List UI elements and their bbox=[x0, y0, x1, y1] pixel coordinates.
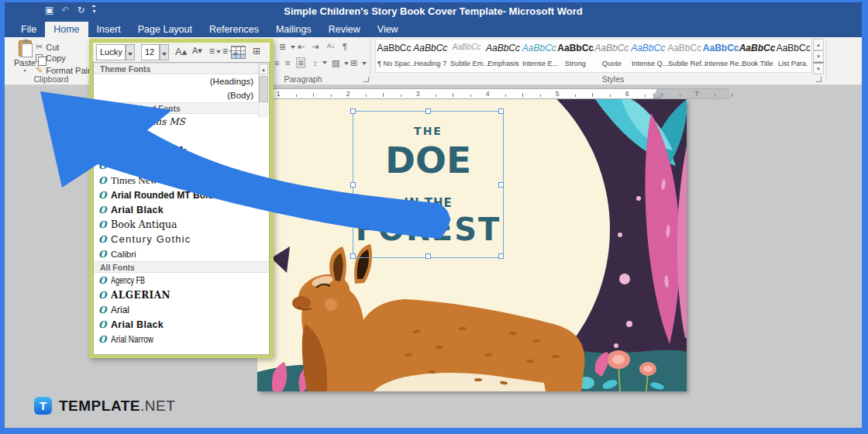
style-chip-book-title[interactable]: AaBbCcBook Title bbox=[739, 40, 776, 72]
style-chip--no-spac-[interactable]: AaBbCc¶ No Spac... bbox=[376, 40, 412, 72]
template-net-logo: T TEMPLATE.NET bbox=[34, 397, 175, 415]
decrease-indent-button[interactable]: ⇤ bbox=[298, 42, 305, 52]
font-item-algerian[interactable]: OALGERIAN bbox=[94, 288, 269, 302]
font-item-arial-black[interactable]: OArial Black bbox=[94, 317, 269, 332]
paragraph-dialog-launcher[interactable] bbox=[363, 77, 369, 82]
sort-button[interactable]: A↓ bbox=[327, 42, 336, 50]
grow-font-icon[interactable]: A▴ bbox=[175, 46, 187, 57]
copy-icon bbox=[36, 54, 43, 62]
style-label: Emphasis bbox=[487, 59, 520, 67]
styles-dialog-launcher[interactable] bbox=[816, 77, 822, 82]
copy-label: Copy bbox=[46, 53, 66, 63]
tab-home[interactable]: Home bbox=[45, 22, 88, 37]
style-preview: AaBbCc bbox=[557, 43, 594, 57]
horizontal-ruler: 1234567 bbox=[264, 88, 728, 99]
borders-icon: ⊞ bbox=[350, 58, 357, 68]
style-label: Intense Q... bbox=[632, 59, 665, 67]
cut-button[interactable]: ✂ Cut bbox=[36, 42, 59, 52]
font-name-dropdown-icon[interactable] bbox=[126, 44, 135, 60]
font-item-arial-narrow[interactable]: OArial Narrow bbox=[94, 332, 269, 346]
tab-view[interactable]: View bbox=[369, 22, 407, 37]
tab-references[interactable]: References bbox=[201, 22, 267, 37]
copy-button[interactable]: Copy bbox=[36, 53, 66, 63]
tab-page-layout[interactable]: Page Layout bbox=[129, 22, 201, 37]
font-item-comic-sans-ms[interactable]: OComic Sans MS bbox=[94, 114, 269, 129]
font-item-times-new-roman[interactable]: OTimes New Roman bbox=[94, 173, 269, 188]
style-preview: AaBbCc bbox=[412, 43, 449, 57]
style-chip-quote[interactable]: AaBbCcQuote bbox=[594, 40, 630, 72]
multilevel-list-button[interactable]: ≣ bbox=[279, 42, 295, 52]
style-chip-emphasis[interactable]: AaBbCcEmphasis bbox=[485, 40, 522, 72]
resize-handle-sw[interactable] bbox=[350, 253, 356, 259]
styles-group-label: Styles bbox=[570, 74, 656, 84]
font-item-name: Times New Roman bbox=[111, 174, 189, 187]
line-spacing-button[interactable]: ↕ bbox=[313, 58, 327, 67]
font-list-scrollbar[interactable]: ▴ bbox=[258, 64, 268, 118]
shrink-font-icon[interactable]: A▾ bbox=[192, 46, 202, 56]
opentype-icon: O bbox=[98, 160, 111, 171]
paste-button[interactable]: Paste ▾ bbox=[11, 40, 39, 76]
borders-grid-icon[interactable]: ⊞ bbox=[253, 46, 260, 57]
font-item-century-gothic[interactable]: OCentury Gothic bbox=[94, 232, 269, 246]
resize-handle-w[interactable] bbox=[350, 182, 356, 188]
style-chip-heading-7[interactable]: AaBbCcHeading 7 bbox=[412, 40, 449, 72]
ribbon-tabs: FileHomeInsertPage LayoutReferencesMaili… bbox=[5, 22, 862, 37]
font-item-arial-black[interactable]: OArial Black bbox=[94, 202, 269, 217]
font-item-arial-rounded-mt-bold[interactable]: OArial Rounded MT Bold bbox=[94, 188, 269, 202]
line-spacing-icon: ↕ bbox=[313, 58, 318, 67]
font-item-book-antiqua[interactable]: OBook Antiqua bbox=[94, 217, 269, 232]
resize-handle-e[interactable] bbox=[498, 182, 504, 188]
font-size-dropdown-icon[interactable] bbox=[160, 44, 169, 60]
tab-mailings[interactable]: Mailings bbox=[267, 22, 320, 37]
bullets-icon[interactable]: ≡ bbox=[209, 46, 221, 57]
font-item[interactable]: O bbox=[94, 129, 269, 143]
opentype-icon: O bbox=[98, 305, 111, 315]
borders-button[interactable]: ⊞ bbox=[350, 58, 367, 68]
show-paragraph-marks-button[interactable]: ¶ bbox=[343, 42, 347, 51]
font-item-name: Agency FB bbox=[111, 275, 145, 286]
font-item-calibri[interactable]: OCalibri bbox=[94, 246, 269, 261]
align-center-button[interactable]: ≡ bbox=[285, 58, 290, 67]
font-size-combobox[interactable]: 12 bbox=[141, 44, 160, 60]
tab-file[interactable]: File bbox=[12, 22, 45, 37]
font-item-agency-fb[interactable]: OAgency FB bbox=[94, 273, 269, 288]
tab-insert[interactable]: Insert bbox=[88, 22, 129, 37]
font-item-cooper-black[interactable]: OCooper Black bbox=[94, 143, 269, 158]
style-chip-intense-re-[interactable]: AaBbCcIntense Re... bbox=[703, 40, 739, 72]
style-chip-list-para-[interactable]: AaBbCcList Para. bbox=[775, 40, 811, 72]
justify-icon: ≡ bbox=[298, 58, 303, 67]
align-center-icon: ≡ bbox=[285, 58, 290, 67]
resize-handle-nw[interactable] bbox=[350, 108, 356, 114]
styles-more-icon[interactable]: ▾ bbox=[813, 62, 824, 74]
font-item[interactable]: (Body) bbox=[94, 88, 269, 102]
style-label: Subtle Ref... bbox=[668, 59, 701, 67]
increase-indent-button[interactable]: ⇥ bbox=[312, 42, 319, 52]
style-chip-intense-q-[interactable]: AaBbCcIntense Q... bbox=[630, 40, 666, 72]
styles-scroll-up-icon[interactable]: ▴ bbox=[813, 39, 824, 50]
resize-handle-s[interactable] bbox=[425, 253, 431, 259]
style-chip-subtle-em-[interactable]: AaBbCcSubtle Em... bbox=[449, 40, 485, 72]
tab-review[interactable]: Review bbox=[320, 22, 369, 37]
table-grid-icon[interactable] bbox=[231, 46, 246, 59]
font-list-scroll-thumb[interactable] bbox=[259, 76, 268, 102]
font-name-combobox[interactable]: Lucky bbox=[96, 44, 126, 60]
style-chip-subtle-ref-[interactable]: AaBbCcSubtle Ref... bbox=[666, 40, 703, 72]
opentype-icon: O bbox=[98, 131, 111, 142]
font-item-name: Arial Black bbox=[111, 319, 164, 330]
resize-handle-ne[interactable] bbox=[498, 108, 504, 114]
style-chip-intense-e-[interactable]: AaBbCcIntense E... bbox=[521, 40, 557, 72]
resize-handle-n[interactable] bbox=[425, 108, 431, 114]
shading-button[interactable]: ▨ bbox=[332, 58, 349, 68]
font-item[interactable]: (Headings) bbox=[94, 74, 269, 88]
textbox-selection[interactable] bbox=[353, 111, 504, 258]
resize-handle-se[interactable] bbox=[498, 253, 504, 259]
align-left-button[interactable]: ≡ bbox=[274, 58, 279, 67]
style-chip-strong[interactable]: AaBbCcStrong bbox=[557, 40, 594, 72]
justify-button[interactable]: ≡ bbox=[296, 57, 305, 68]
styles-scroll-down-icon[interactable]: ▾ bbox=[813, 50, 824, 62]
font-item[interactable]: O bbox=[94, 158, 269, 173]
paste-dropdown-arrow-icon[interactable]: ▾ bbox=[11, 67, 39, 73]
font-list-scroll-up-icon[interactable]: ▴ bbox=[259, 64, 268, 74]
opentype-icon: O bbox=[98, 234, 111, 245]
font-item-arial[interactable]: OArial bbox=[94, 302, 269, 317]
